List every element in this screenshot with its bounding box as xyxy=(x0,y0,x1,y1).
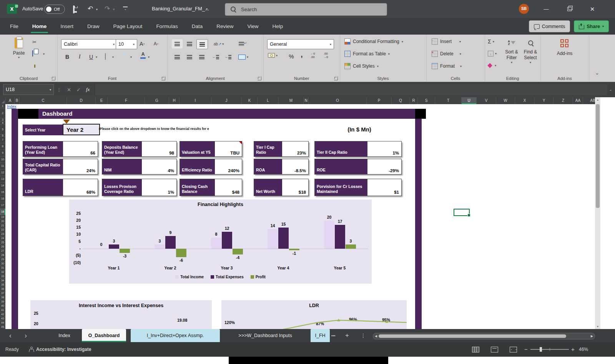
scroll-up-icon[interactable]: ▲ xyxy=(595,98,600,101)
column-header-V[interactable]: V xyxy=(477,97,496,104)
formula-bar-grip[interactable]: ⋮ xyxy=(57,87,62,93)
restore-button[interactable] xyxy=(560,0,578,18)
page-break-view-button[interactable] xyxy=(510,347,517,352)
add-ins-button[interactable]: Add-ins xyxy=(555,39,574,56)
row-header-34[interactable]: 34 xyxy=(0,279,5,283)
scroll-down-icon[interactable]: ▼ xyxy=(595,325,600,328)
formula-input[interactable] xyxy=(95,84,607,95)
fx-icon[interactable]: fx xyxy=(86,86,90,93)
zoom-level[interactable]: 46% xyxy=(579,347,588,352)
column-header-Z[interactable]: Z xyxy=(554,97,573,104)
format-cells-button[interactable]: Format▾ xyxy=(432,63,462,69)
row-header-15[interactable]: 15 xyxy=(0,189,5,196)
column-header-AB[interactable]: AB xyxy=(583,97,595,104)
row-header-2[interactable]: 2 xyxy=(0,108,5,118)
column-header-AA[interactable]: AA xyxy=(573,97,583,104)
comma-style-button[interactable]: , xyxy=(298,50,306,59)
clipboard-dialog-launcher[interactable] xyxy=(52,76,55,80)
row-header-26[interactable]: 26 xyxy=(0,245,5,249)
number-dialog-launcher[interactable] xyxy=(334,76,338,80)
row-header-27[interactable]: 27 xyxy=(0,249,5,253)
enter-icon[interactable]: ✓ xyxy=(76,87,81,93)
clear-button[interactable]: ▾ xyxy=(488,64,496,67)
decrease-font-button[interactable]: A˅ xyxy=(150,39,162,48)
bold-button[interactable]: B xyxy=(63,52,72,61)
search-box[interactable]: Search xyxy=(225,3,387,16)
row-header-5[interactable]: 5 xyxy=(0,125,5,135)
copy-icon[interactable] xyxy=(32,51,33,56)
column-header-T[interactable]: T xyxy=(435,97,462,104)
column-header-F[interactable]: F xyxy=(108,97,145,104)
close-button[interactable]: ✕ xyxy=(583,0,601,18)
ribbon-tab-home[interactable]: Home xyxy=(25,18,54,35)
ribbon-tab-help[interactable]: Help xyxy=(265,18,290,35)
borders-dropdown-icon[interactable]: ▾ xyxy=(112,55,114,59)
ribbon-tab-draw[interactable]: Draw xyxy=(80,18,106,35)
row-header-4[interactable]: 4 xyxy=(0,121,5,125)
font-color-button[interactable]: A xyxy=(140,52,146,59)
vertical-scrollbar[interactable]: ▲ ▼ xyxy=(595,97,600,329)
row-header-1[interactable]: 1 xyxy=(0,104,5,108)
formula-bar-expand-icon[interactable]: ⌄ xyxy=(609,88,612,91)
minimize-button[interactable]: — xyxy=(537,0,555,18)
fill-color-dropdown-icon[interactable]: ▾ xyxy=(130,55,132,59)
font-dialog-launcher[interactable] xyxy=(161,76,165,80)
zoom-out-button[interactable]: − xyxy=(524,346,528,352)
row-header-42[interactable]: 42 xyxy=(0,312,5,317)
bottom-align-button[interactable] xyxy=(196,39,208,49)
column-header-A[interactable]: A xyxy=(6,97,15,104)
increase-indent-button[interactable]: → xyxy=(223,52,233,61)
collapse-ribbon-button[interactable]: ⌄ xyxy=(595,70,599,76)
row-header-29[interactable]: 29 xyxy=(0,258,5,262)
column-header-X[interactable]: X xyxy=(515,97,535,104)
sheet-menu-button[interactable]: ⋮ xyxy=(361,329,366,342)
row-header-23[interactable]: 23 xyxy=(0,232,5,236)
column-header-B[interactable]: B xyxy=(15,97,20,104)
merge-center-button[interactable]: ▾ xyxy=(236,52,251,61)
fill-color-button[interactable] xyxy=(122,53,127,55)
document-title[interactable]: Banking_Granular_FM_... xyxy=(152,6,209,12)
share-button[interactable]: Share ▾ xyxy=(574,20,609,32)
row-header-13[interactable]: 13 xyxy=(0,176,5,183)
copy-dropdown-icon[interactable]: ▾ xyxy=(43,52,45,56)
select-all-corner[interactable] xyxy=(0,97,6,104)
column-header-R[interactable]: R xyxy=(410,97,418,104)
row-header-8[interactable]: 8 xyxy=(0,143,5,150)
delete-cells-button[interactable]: Delete▾ xyxy=(432,51,461,57)
ribbon-tab-page-layout[interactable]: Page Layout xyxy=(106,18,150,35)
more-tabs-button[interactable]: ••• xyxy=(331,329,336,342)
align-center-button[interactable] xyxy=(184,52,195,61)
excel-logo-icon[interactable]: x xyxy=(7,4,17,14)
normal-view-button[interactable] xyxy=(472,347,479,352)
accounting-format-button[interactable]: ▾ xyxy=(268,53,278,58)
autosum-button[interactable]: Σ▾ xyxy=(488,38,494,45)
row-header-36[interactable]: 36 xyxy=(0,287,5,291)
cell-styles-button[interactable]: Cell Styles▾ xyxy=(344,63,379,69)
column-header-I[interactable]: I xyxy=(180,97,211,104)
zoom-slider-thumb[interactable] xyxy=(540,347,542,352)
row-header-35[interactable]: 35 xyxy=(0,283,5,287)
orientation-button[interactable]: ab ▾ xyxy=(212,39,226,48)
column-header-G[interactable]: G xyxy=(145,97,169,104)
next-sheet-icon[interactable]: › xyxy=(25,329,27,342)
ribbon-tab-review[interactable]: Review xyxy=(209,18,240,35)
column-header-H[interactable]: H xyxy=(169,97,180,104)
row-header-30[interactable]: 30 xyxy=(0,262,5,266)
row-header-43[interactable]: 43 xyxy=(0,317,5,321)
row-header-40[interactable]: 40 xyxy=(0,304,5,308)
align-left-button[interactable] xyxy=(172,52,183,61)
horizontal-scrollbar[interactable]: ◀ ▶ xyxy=(373,333,595,339)
row-header-7[interactable]: 7 xyxy=(0,137,5,143)
row-header-25[interactable]: 25 xyxy=(0,241,5,245)
column-header-L[interactable]: L xyxy=(258,97,279,104)
row-header-11[interactable]: 11 xyxy=(0,163,5,170)
ribbon-tab-data[interactable]: Data xyxy=(185,18,210,35)
row-header-44[interactable]: 44 xyxy=(0,321,5,325)
undo-icon[interactable]: ↶ xyxy=(88,5,93,12)
top-align-button[interactable] xyxy=(172,39,183,48)
decrease-decimal-button[interactable]: .00→0 xyxy=(323,52,328,59)
cancel-icon[interactable]: ✕ xyxy=(67,87,71,93)
page-layout-view-button[interactable] xyxy=(491,347,498,352)
save-icon[interactable] xyxy=(73,6,75,13)
ribbon-tab-insert[interactable]: Insert xyxy=(53,18,80,35)
